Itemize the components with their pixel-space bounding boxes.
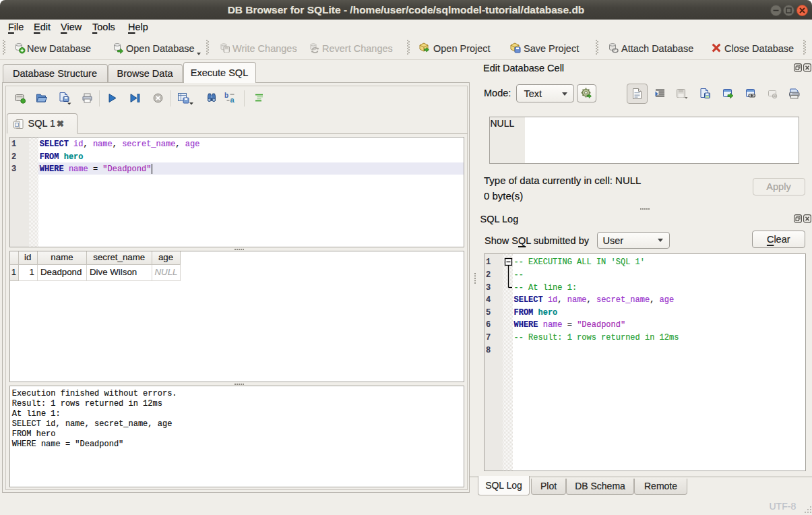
svg-text:b: b — [224, 92, 228, 99]
svg-text:a: a — [230, 96, 235, 104]
